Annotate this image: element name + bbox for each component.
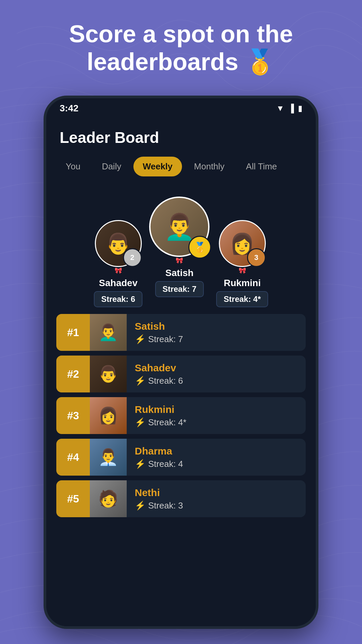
medal-bronze: 3: [247, 248, 266, 267]
tab-weekly[interactable]: Weekly: [133, 157, 182, 176]
status-icons: ▼ ▐ ▮: [276, 104, 302, 113]
list-name-sahadev: Sahadev: [135, 362, 183, 374]
list-streak-nethi: ⚡ Streak: 3: [135, 500, 183, 511]
avatar-wrap-satish: 👨‍🦱 🥇: [149, 197, 209, 257]
list-name-satish: Satish: [135, 321, 183, 332]
wifi-icon: ▼: [276, 104, 284, 113]
list-avatar-dharma: 👨‍💼: [90, 439, 127, 476]
list-item[interactable]: #5 🧑 Nethi ⚡ Streak: 3: [56, 480, 306, 517]
list-info-satish: Satish ⚡ Streak: 7: [127, 321, 191, 344]
podium-third: 👩 3 🎀 Rukmini Streak: 4*: [216, 220, 268, 307]
list-item[interactable]: #3 👩 Rukmini ⚡ Streak: 4*: [56, 397, 306, 434]
list-item[interactable]: #4 👨‍💼 Dharma ⚡ Streak: 4: [56, 439, 306, 476]
list-avatar-rukmini: 👩: [90, 397, 127, 434]
podium-name-sahadev: Sahadev: [99, 278, 137, 288]
list-rank-2: #2: [56, 356, 90, 392]
streak-badge-rukmini: Streak: 4*: [216, 291, 268, 307]
tab-you[interactable]: You: [56, 157, 90, 176]
list-rank-4: #4: [56, 439, 90, 476]
list-rank-1: #1: [56, 314, 90, 351]
list-name-dharma: Dharma: [135, 445, 183, 457]
lightning-icon: ⚡: [135, 376, 145, 386]
list-streak-sahadev: ⚡ Streak: 6: [135, 376, 183, 386]
tabs-container: You Daily Weekly Monthly All Time: [46, 153, 316, 183]
avatar-wrap-rukmini: 👩 3: [219, 220, 266, 267]
list-info-nethi: Nethi ⚡ Streak: 3: [127, 487, 191, 511]
phone-notch: [161, 98, 201, 109]
list-name-nethi: Nethi: [135, 487, 183, 498]
hero-title: Score a spot on the leaderboards 🥇: [0, 20, 362, 76]
list-info-sahadev: Sahadev ⚡ Streak: 6: [127, 362, 191, 386]
leaderboard-list: #1 👨‍🦱 Satish ⚡ Streak: 7 #2 👨: [46, 311, 316, 521]
list-avatar-sahadev: 👨: [90, 356, 127, 392]
list-item[interactable]: #1 👨‍🦱 Satish ⚡ Streak: 7: [56, 314, 306, 351]
phone-content: Leader Board You Daily Weekly Monthly Al…: [46, 118, 316, 626]
phone-frame: 3:42 ▼ ▐ ▮ Leader Board You Daily Weekly…: [44, 96, 318, 629]
podium-name-satish: Satish: [165, 268, 193, 278]
podium-name-rukmini: Rukmini: [224, 278, 260, 288]
signal-icon: ▐: [288, 104, 294, 113]
list-info-dharma: Dharma ⚡ Streak: 4: [127, 445, 191, 469]
medal-silver: 2: [123, 248, 142, 267]
leaderboard-title: Leader Board: [46, 118, 316, 153]
podium: 👨 2 🎀 Sahadev Streak: 6 👨‍🦱 🥇: [46, 183, 316, 311]
battery-icon: ▮: [298, 104, 302, 113]
podium-first: 👨‍🦱 🥇 🎀 Satish Streak: 7: [149, 197, 209, 297]
lightning-icon: ⚡: [135, 459, 145, 469]
streak-badge-sahadev: Streak: 6: [94, 291, 142, 307]
list-streak-satish: ⚡ Streak: 7: [135, 334, 183, 344]
lightning-icon: ⚡: [135, 334, 145, 344]
list-rank-5: #5: [56, 480, 90, 517]
lightning-icon: ⚡: [135, 417, 145, 428]
list-avatar-satish: 👨‍🦱: [90, 314, 127, 351]
list-info-rukmini: Rukmini ⚡ Streak: 4*: [127, 404, 194, 428]
list-name-rukmini: Rukmini: [135, 404, 186, 415]
lightning-icon: ⚡: [135, 500, 145, 511]
list-streak-dharma: ⚡ Streak: 4: [135, 459, 183, 469]
streak-badge-satish: Streak: 7: [155, 281, 204, 297]
list-streak-rukmini: ⚡ Streak: 4*: [135, 417, 186, 428]
avatar-wrap-sahadev: 👨 2: [95, 220, 142, 267]
tab-alltime[interactable]: All Time: [237, 157, 286, 176]
tab-daily[interactable]: Daily: [93, 157, 131, 176]
status-time: 3:42: [60, 103, 78, 114]
tab-monthly[interactable]: Monthly: [185, 157, 234, 176]
list-avatar-nethi: 🧑: [90, 480, 127, 517]
podium-second: 👨 2 🎀 Sahadev Streak: 6: [94, 220, 142, 307]
list-rank-3: #3: [56, 397, 90, 434]
medal-gold: 🥇: [188, 236, 211, 259]
list-item[interactable]: #2 👨 Sahadev ⚡ Streak: 6: [56, 356, 306, 392]
